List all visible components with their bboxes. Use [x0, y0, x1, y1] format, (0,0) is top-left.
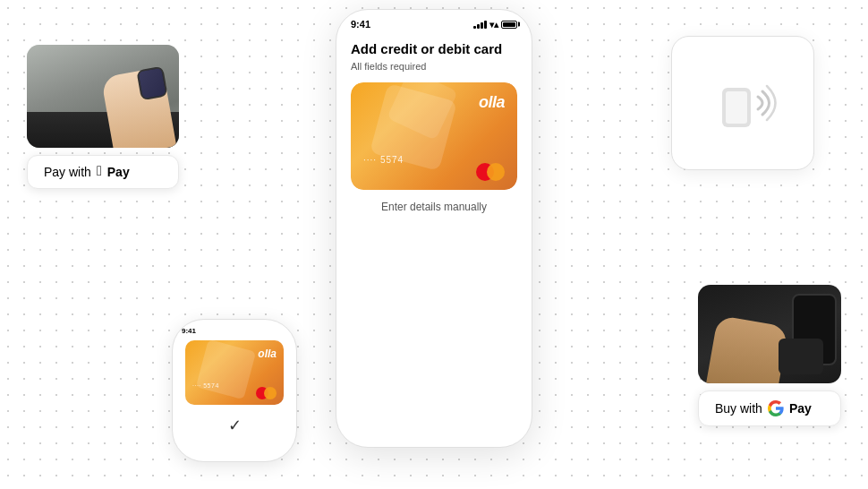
- nfc-icon-wrap: [702, 63, 783, 143]
- watch-checkmark: ✓: [228, 416, 242, 435]
- google-g-icon: [768, 400, 784, 416]
- pay-with-label: Pay with: [44, 165, 91, 179]
- apple-pay-word: Pay: [107, 165, 130, 179]
- wifi-icon: ▾▴: [489, 20, 498, 30]
- phone-mockup: 9:41 ▾▴ Add credit or debit card All fie…: [336, 9, 532, 448]
- google-pay-section: Buy with Pay: [698, 285, 841, 426]
- svg-rect-1: [726, 91, 747, 124]
- watch-card: olla ···· 5574: [185, 340, 284, 405]
- phone-subtitle: All fields required: [351, 61, 517, 72]
- nfc-icon: [702, 63, 783, 143]
- apple-pay-photo: [27, 45, 179, 148]
- credit-card[interactable]: olla ···· 5574: [351, 82, 517, 190]
- watch-mc-orange: [264, 387, 277, 399]
- buy-with-label: Buy with: [715, 401, 762, 416]
- status-icons: ▾▴: [473, 20, 517, 30]
- apple-pay-section: Pay with  Pay: [27, 45, 179, 189]
- apple-pay-badge[interactable]: Pay with  Pay: [27, 155, 179, 189]
- google-pay-photo: [698, 285, 841, 383]
- apple-logo-icon: : [97, 164, 102, 178]
- scene-container: Pay with  Pay 9:41 ▾▴ Add credi: [0, 0, 868, 489]
- watch-card-brand: olla: [258, 347, 277, 360]
- google-pay-word: Pay: [789, 401, 812, 416]
- watch-screen: [139, 68, 166, 99]
- phone-title: Add credit or debit card: [351, 40, 517, 58]
- phone-content: Add credit or debit card All fields requ…: [336, 33, 532, 447]
- mc-orange-circle: [487, 163, 505, 181]
- gp-hand: [706, 315, 789, 383]
- enter-details-label[interactable]: Enter details manually: [351, 201, 517, 213]
- card-number: ···· 5574: [363, 155, 404, 165]
- watch-card-number: ···· 5574: [192, 382, 219, 389]
- battery-icon: [501, 21, 517, 29]
- card-background: olla ···· 5574: [351, 82, 517, 190]
- apple-pay-photo-sim: [27, 45, 179, 148]
- google-pay-badge[interactable]: Buy with Pay: [698, 390, 841, 426]
- watch-card-decoration: [196, 340, 256, 399]
- nfc-section: [671, 36, 814, 170]
- signal-icon: [473, 20, 487, 29]
- phone-time: 9:41: [351, 19, 370, 30]
- smartwatch-mockup: 9:41 olla ···· 5574 ✓: [172, 319, 297, 462]
- watch-device: [136, 66, 167, 101]
- mastercard-logo: [476, 163, 505, 181]
- card-brand: olla: [479, 93, 505, 112]
- phone-status-bar: 9:41 ▾▴: [336, 10, 532, 33]
- battery-fill: [503, 22, 515, 27]
- watch-mastercard-logo: [256, 387, 277, 399]
- gp-photo-sim: [698, 285, 841, 383]
- gp-terminal: [779, 339, 823, 374]
- watch-time: 9:41: [173, 320, 205, 337]
